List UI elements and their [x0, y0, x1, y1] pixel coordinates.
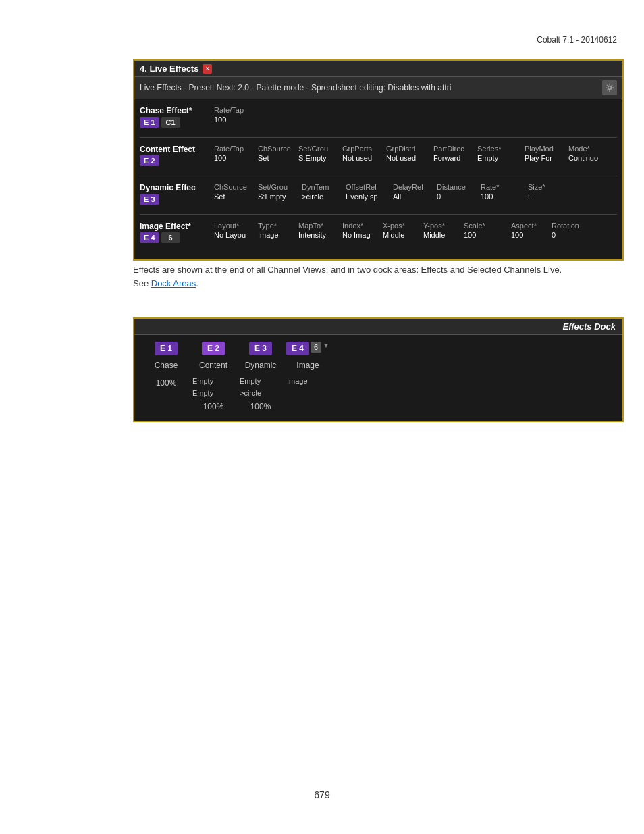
content-effect-name: Content Effect — [140, 145, 214, 154]
iv-noimag: No Imag — [342, 231, 383, 239]
svg-point-0 — [608, 86, 612, 90]
dock-e2-percent: 100% — [203, 402, 224, 411]
ih-rotation: Rotation — [552, 221, 592, 230]
dh-delayrel: DelayRel — [393, 183, 437, 191]
dynamic-data-col: ChSource Set/Grou DynTem OffsetRel Delay… — [214, 183, 617, 201]
dynamic-label-col: Dynamic Effec E 3 — [140, 183, 214, 205]
image-values: No Layou Image Intensity No Imag Middle … — [214, 231, 617, 239]
ch-mode: Mode* — [568, 145, 609, 153]
image-data-col: Layout* Type* MapTo* Index* X-pos* Y-pos… — [214, 221, 617, 239]
dock-badge-e4[interactable]: E 4 — [286, 342, 309, 355]
dock-col-e4: E 4 6 ▼ Image Image — [284, 342, 331, 388]
body-see-line: See Dock Areas. — [133, 277, 624, 290]
dv-f: F — [528, 192, 575, 201]
dv-sempty: S:Empty — [258, 192, 302, 201]
ch-chsource: ChSource — [258, 145, 298, 153]
cv-playfor: Play For — [525, 154, 568, 162]
iv-image: Image — [258, 231, 298, 239]
iv-100b: 100 — [511, 231, 552, 239]
image-badge-e4[interactable]: E 4 — [140, 232, 159, 243]
ch-ratetap: Rate/Tap — [214, 145, 258, 153]
chase-badge-e1[interactable]: E 1 — [140, 117, 159, 128]
ih-index: Index* — [342, 221, 383, 230]
iv-middle1: Middle — [383, 231, 423, 239]
content-effect-row: Content Effect E 2 Rate/Tap ChSource Set… — [140, 145, 617, 166]
dock-e3-sub2: >circle — [240, 388, 284, 400]
divider-1 — [140, 137, 617, 138]
ih-scale: Scale* — [464, 221, 511, 230]
dh-dyntem: DynTem — [302, 183, 346, 191]
chase-effect-row: Chase Effect* E 1 C1 Rate/Tap 100 — [140, 106, 617, 128]
dock-col-e3: E 3 Dynamic Empty >circle 100% — [237, 342, 284, 411]
dock-e1-type: Chase — [155, 361, 178, 370]
dv-0: 0 — [437, 192, 481, 201]
dh-offsetrel: OffsetRel — [346, 183, 393, 191]
ch-grpparts: GrpParts — [342, 145, 386, 153]
dock-e4-sub1: Image — [287, 375, 331, 388]
chase-badge-c1[interactable]: C1 — [161, 117, 180, 128]
dock-e2-sub1: Empty — [192, 375, 237, 388]
dv-set: Set — [214, 192, 258, 201]
content-headers: Rate/Tap ChSource Set/Grou GrpParts GrpD… — [214, 145, 617, 153]
dock-areas-link[interactable]: Dock Areas — [151, 278, 196, 288]
live-effects-panel: 4. Live Effects × Live Effects - Preset:… — [133, 59, 624, 261]
ch-setgrou: Set/Grou — [298, 145, 342, 153]
dock-badge-e2[interactable]: E 2 — [202, 342, 225, 355]
dynamic-badges: E 3 — [140, 194, 214, 205]
content-badge-e2[interactable]: E 2 — [140, 155, 159, 166]
dock-title: Effects Dock — [562, 321, 616, 332]
chase-header-ratetap: Rate/Tap — [214, 106, 261, 114]
dock-col-e2: E 2 Content Empty Empty 100% — [190, 342, 237, 411]
dynamic-headers: ChSource Set/Grou DynTem OffsetRel Delay… — [214, 183, 617, 191]
image-badge-6[interactable]: 6 — [161, 232, 180, 243]
dock-e3-sub1: Empty — [240, 375, 284, 388]
image-label-col: Image Effect* E 4 6 — [140, 221, 214, 243]
dock-e4-sub: Image — [284, 375, 331, 388]
ih-type: Type* — [258, 221, 298, 230]
dock-col-e1: E 1 Chase 100% — [142, 342, 190, 388]
version-text: Cobalt 7.1 - 20140612 — [537, 35, 617, 45]
dock-e3-type: Dynamic — [245, 361, 277, 370]
dock-e3-percent: 100% — [250, 402, 271, 411]
dh-rate: Rate* — [481, 183, 528, 191]
cv-notused1: Not used — [342, 154, 386, 162]
image-effect-row: Image Effect* E 4 6 Layout* Type* MapTo*… — [140, 221, 617, 243]
period: . — [196, 278, 198, 288]
dock-e2-sub2: Empty — [192, 388, 237, 400]
dock-e1-percent: 100% — [156, 378, 177, 388]
dh-size: Size* — [528, 183, 575, 191]
dock-badge-e3[interactable]: E 3 — [249, 342, 272, 355]
ch-series: Series* — [477, 145, 525, 153]
page-number: 679 — [0, 789, 644, 800]
dock-e4-number: 6 — [311, 342, 321, 353]
ih-layout: Layout* — [214, 221, 258, 230]
dock-e4-type: Image — [296, 361, 319, 370]
dock-content: E 1 Chase 100% E 2 Content Empty Empty 1… — [134, 335, 622, 421]
dock-badge-e1[interactable]: E 1 — [155, 342, 178, 355]
close-button[interactable]: × — [203, 64, 212, 74]
chase-label-col: Chase Effect* E 1 C1 — [140, 106, 214, 128]
panel-title-bar: 4. Live Effects × — [134, 61, 622, 77]
dv-circle: >circle — [302, 192, 346, 201]
content-data-col: Rate/Tap ChSource Set/Grou GrpParts GrpD… — [214, 145, 617, 162]
cv-notused2: Not used — [386, 154, 433, 162]
chase-value-100: 100 — [214, 115, 261, 124]
dynamic-values: Set S:Empty >circle Evenly sp All 0 100 … — [214, 192, 617, 201]
dock-e4-badge-row: E 4 6 ▼ — [286, 342, 329, 355]
dock-e2-sub: Empty Empty — [190, 375, 237, 399]
chase-effect-name: Chase Effect* — [140, 106, 214, 115]
ih-xpos: X-pos* — [383, 221, 423, 230]
cv-sempty: S:Empty — [298, 154, 342, 162]
settings-icon[interactable] — [602, 80, 617, 95]
content-badges: E 2 — [140, 155, 214, 166]
dock-e2-badge-row: E 2 — [202, 342, 225, 355]
chase-data-col: Rate/Tap 100 — [214, 106, 617, 124]
body-paragraph: Effects are shown at the end of all Chan… — [133, 263, 624, 277]
content-values: 100 Set S:Empty Not used Not used Forwar… — [214, 154, 617, 162]
effects-grid: Chase Effect* E 1 C1 Rate/Tap 100 Conten… — [134, 99, 622, 259]
dynamic-badge-e3[interactable]: E 3 — [140, 194, 159, 205]
dock-e3-badge-row: E 3 — [249, 342, 272, 355]
dh-chsource: ChSource — [214, 183, 258, 191]
chase-badges: E 1 C1 — [140, 117, 214, 128]
ih-aspect: Aspect* — [511, 221, 552, 230]
